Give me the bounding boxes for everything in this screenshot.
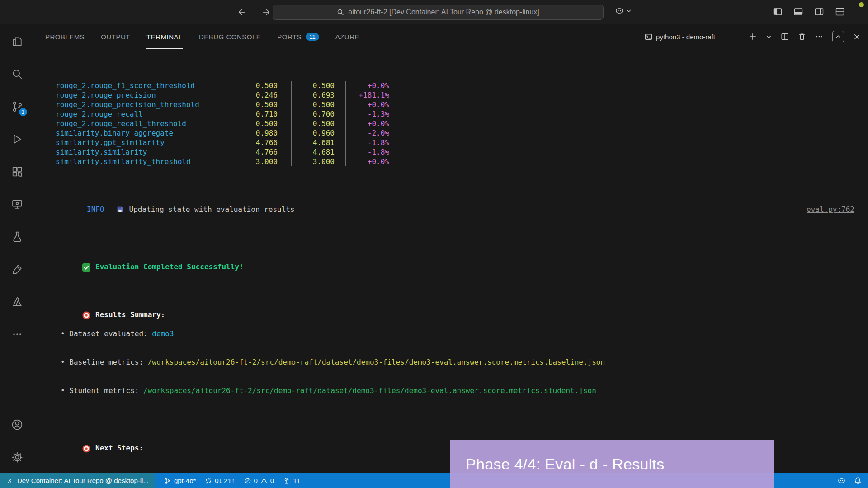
- layout-sidebar-right-icon[interactable]: [814, 6, 825, 17]
- title-bar: aitour26-ft-2 [Dev Container: AI Tour Re…: [0, 0, 868, 24]
- tab-terminal[interactable]: TERMINAL: [146, 24, 183, 49]
- delta-value-cell: -2.0%: [346, 128, 396, 138]
- sync-counts: 0↓ 21↑: [215, 477, 235, 484]
- layout-controls: [772, 6, 845, 17]
- chevron-down-icon: [626, 8, 632, 14]
- metric-name-cell: rouge_2.rouge_recall_threshold: [49, 119, 228, 128]
- student-value-cell: 4.681: [292, 147, 346, 157]
- chevron-down-icon[interactable]: [766, 34, 772, 40]
- metric-name-cell: similarity.similarity: [49, 147, 228, 157]
- azure-icon: [11, 296, 24, 308]
- remote-icon: [6, 477, 13, 484]
- source-link[interactable]: eval.py:762: [807, 205, 854, 214]
- sidebar-item-pen-tool[interactable]: [7, 259, 28, 280]
- settings-button[interactable]: [7, 447, 28, 468]
- warning-count: 0: [270, 477, 274, 484]
- panel-container: PROBLEMS OUTPUT TERMINAL DEBUG CONSOLE P…: [34, 24, 868, 473]
- terminal-instance[interactable]: python3 - demo-raft: [645, 33, 715, 41]
- sidebar-item-extensions[interactable]: [7, 161, 28, 182]
- baseline-value-cell: 0.500: [228, 100, 292, 109]
- tab-label: PORTS: [277, 33, 302, 41]
- bell-icon[interactable]: [854, 477, 862, 484]
- search-icon: [11, 68, 24, 80]
- student-path[interactable]: /workspaces/aitour26-ft-2/src/demo-raft/…: [143, 386, 596, 395]
- tab-ports[interactable]: PORTS 11: [277, 24, 319, 49]
- baseline-path[interactable]: /workspaces/aitour26-ft-2/src/demo-raft/…: [148, 358, 605, 366]
- sidebar-item-explorer[interactable]: [7, 31, 28, 52]
- student-value-cell: 0.960: [292, 128, 346, 138]
- baseline-value-cell: 0.710: [228, 109, 292, 119]
- remote-indicator[interactable]: Dev Container: AI Tour Repo @ desktop-li…: [0, 473, 155, 488]
- sidebar-item-run-debug[interactable]: [7, 129, 28, 150]
- forwarded-ports-count: 11: [293, 477, 300, 484]
- tab-problems[interactable]: PROBLEMS: [45, 24, 85, 49]
- log-info-line: INFO Updating state with evaluation resu…: [47, 205, 868, 214]
- log-message: Updating state with evaluation results: [129, 205, 295, 214]
- delta-value-cell: -1.8%: [346, 138, 396, 147]
- eval-complete-text: Evaluation Completed Successfully!: [95, 263, 244, 271]
- baseline-metrics-line: • Baseline metrics: /workspaces/aitour26…: [47, 357, 868, 367]
- metric-name-cell: rouge_2.rouge_precision_threshold: [49, 100, 228, 109]
- kebab-icon[interactable]: [815, 33, 823, 41]
- sidebar-item-remote-explorer[interactable]: [7, 194, 28, 215]
- copilot-menu-button[interactable]: [615, 6, 632, 15]
- branch-icon: [164, 477, 171, 484]
- sidebar-item-search[interactable]: [7, 64, 28, 84]
- results-summary-heading: Results Summary:: [47, 300, 868, 310]
- branch-indicator[interactable]: gpt-4o*: [164, 477, 196, 484]
- student-value-cell: 0.500: [292, 119, 346, 128]
- ports-badge: 11: [306, 33, 319, 41]
- sidebar-item-more[interactable]: [7, 324, 28, 345]
- extensions-icon: [11, 165, 24, 178]
- baseline-value-cell: 0.500: [228, 119, 292, 128]
- layout-panel-icon[interactable]: [793, 6, 804, 17]
- accounts-icon: [11, 418, 24, 431]
- sidebar-item-testing[interactable]: [7, 226, 28, 247]
- close-icon[interactable]: [853, 33, 861, 41]
- split-terminal-icon[interactable]: [781, 33, 789, 41]
- error-count: 0: [254, 477, 258, 484]
- sidebar-item-azure[interactable]: [7, 291, 28, 312]
- status-bar-right: [837, 476, 862, 485]
- tab-debug-console[interactable]: DEBUG CONSOLE: [199, 24, 261, 49]
- add-terminal-icon[interactable]: [749, 33, 757, 41]
- student-metrics-line: • Student metrics: /workspaces/aitour26-…: [47, 386, 868, 395]
- bullet-text: • Student metrics:: [61, 386, 143, 395]
- dataset-name: demo3: [152, 329, 174, 338]
- copilot-icon[interactable]: [837, 476, 846, 485]
- tab-label: DEBUG CONSOLE: [199, 33, 261, 41]
- back-button[interactable]: [235, 5, 249, 19]
- sidebar-item-source-control[interactable]: 1: [7, 96, 28, 117]
- maximize-panel-button[interactable]: [832, 31, 844, 42]
- ports-indicator[interactable]: 11: [283, 477, 300, 484]
- metric-name-cell: rouge_2.rouge_precision: [49, 90, 228, 100]
- accounts-button[interactable]: [7, 414, 28, 435]
- settings-gear-icon: [11, 451, 24, 464]
- command-center-search[interactable]: aitour26-ft-2 [Dev Container: AI Tour Re…: [273, 5, 604, 20]
- explorer-icon: [11, 35, 24, 48]
- forward-arrow-icon: [261, 7, 271, 17]
- testing-icon: [11, 230, 24, 243]
- tab-azure[interactable]: AZURE: [335, 24, 359, 49]
- delta-value-cell: -1.3%: [346, 109, 396, 119]
- more-icon: [11, 328, 24, 341]
- warning-icon: [260, 477, 268, 484]
- metrics-table: rouge_2.rouge_f1_score_threshold 0.500 0…: [49, 81, 396, 169]
- delta-value-cell: -1.8%: [346, 147, 396, 157]
- customize-layout-icon[interactable]: [835, 6, 845, 17]
- search-icon: [337, 9, 344, 16]
- radio-tower-icon: [283, 477, 290, 484]
- problems-indicator[interactable]: 0 0: [244, 477, 274, 484]
- eval-complete-line: Evaluation Completed Successfully!: [47, 253, 868, 262]
- metric-name-cell: similarity.similarity_threshold: [49, 157, 228, 166]
- terminal-output[interactable]: rouge_2.rouge_f1_score_threshold 0.500 0…: [34, 49, 868, 473]
- student-value-cell: 3.000: [292, 157, 346, 166]
- layout-sidebar-left-icon[interactable]: [772, 6, 783, 17]
- tab-output[interactable]: OUTPUT: [101, 24, 130, 49]
- forward-button[interactable]: [259, 5, 273, 19]
- trash-icon[interactable]: [798, 33, 806, 41]
- metric-name-cell: rouge_2.rouge_f1_score_threshold: [49, 81, 228, 90]
- bullet-text: • Baseline metrics:: [61, 358, 148, 366]
- delta-value-cell: +0.0%: [346, 100, 396, 109]
- sync-indicator[interactable]: 0↓ 21↑: [205, 477, 235, 484]
